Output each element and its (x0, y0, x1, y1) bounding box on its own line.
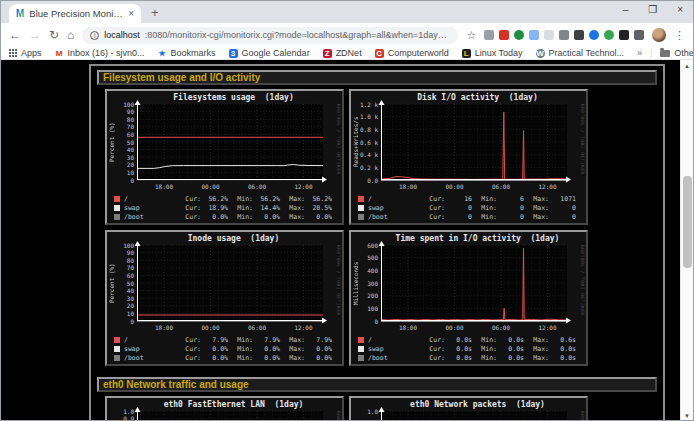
y-axis-tick-label: 40 (107, 146, 134, 153)
tablist-extension-icon[interactable] (634, 30, 644, 40)
scrollbar-down-arrow[interactable]: ▼ (681, 410, 693, 421)
legend-min-value: 0.0% (256, 345, 280, 353)
graph-panel[interactable]: eth0 Network packets (1day)1.018:0000:00… (349, 396, 588, 421)
legend-min: Min:0.0% (228, 213, 280, 221)
window-close-button[interactable]: × (677, 4, 683, 15)
legend-cur-label: Cur: (429, 204, 445, 212)
legend-max-value: 0.0% (308, 213, 332, 221)
legend-name-text: /boot (124, 213, 144, 221)
folder-icon (660, 50, 670, 57)
legend-cur-value: 0 (448, 204, 472, 212)
legend-series-name: swap (358, 345, 420, 353)
linux-today-icon: L (462, 49, 471, 58)
legend-max: Max:0.0% (280, 354, 332, 362)
bookmark-item[interactable]: ZZDNet (323, 48, 362, 58)
graph-panel[interactable]: Inode usage (1day)Percent (%)10090807060… (105, 230, 344, 366)
legend-series-name: /boot (358, 354, 420, 362)
bookmarks-bar: Apps MInbox (16) - sjvn0...★Bookmarks3Go… (1, 47, 693, 60)
bookmarks-overflow-button[interactable]: » (637, 48, 642, 58)
other-bookmarks-button[interactable]: Other bookmarks (660, 48, 694, 58)
mask-extension-icon[interactable] (559, 30, 569, 40)
legend-cur-label: Cur: (185, 345, 201, 353)
status-extension-icon[interactable] (604, 30, 614, 40)
profile-avatar[interactable] (652, 28, 666, 42)
graph-panel[interactable]: Disk I/O activity (1day)Reads+Writes/s1.… (349, 89, 588, 225)
bookmark-label: Computerworld (388, 48, 449, 58)
legend-name-text: / (124, 336, 128, 344)
legend-cur-label: Cur: (429, 195, 445, 203)
x-axis-tick-label: 06:00 (242, 183, 272, 190)
legend-cur-value: 0 (448, 213, 472, 221)
search-extension-icon[interactable] (484, 30, 494, 40)
legend-min-label: Min: (237, 195, 253, 203)
chat-extension-icon[interactable] (589, 30, 599, 40)
bookmark-star-button[interactable]: ☆ (466, 29, 476, 42)
y-axis-tick-label: 50 (107, 139, 134, 146)
address-bar[interactable]: i localhost :8080/monitorix-cgi/monitori… (82, 27, 458, 44)
back-button[interactable]: ← (9, 28, 21, 42)
graph-plot-area (137, 411, 323, 421)
window-maximize-button[interactable]: ❐ (648, 4, 657, 15)
bookmark-item[interactable]: MInbox (16) - sjvn0... (55, 48, 145, 58)
legend-row: /Cur:7.9%Min:7.9%Max:7.9% (114, 335, 337, 344)
y-axis-tick-label: 400 (351, 267, 378, 274)
new-tab-button[interactable]: + (151, 5, 159, 20)
browser-menu-button[interactable]: ⋮ (674, 29, 685, 42)
graph-panel[interactable]: eth0 FastEthernet LAN (1day)1.00.918:000… (105, 396, 344, 421)
legend-max-value: 0.0s (552, 354, 576, 362)
window-minimize-button[interactable]: – (623, 4, 629, 15)
legend-min: Min:14.4% (228, 204, 280, 212)
y-axis-tick-label: 1.2 k (351, 101, 378, 108)
x-axis-tick-label: 18:00 (149, 183, 179, 190)
legend-max-value: 56.2% (308, 195, 332, 203)
window-extension-icon[interactable] (574, 30, 584, 40)
legend-row: swapCur:0.0%Min:0.0%Max:0.0% (114, 344, 337, 353)
legend-name-text: / (124, 195, 128, 203)
bookmark-item[interactable]: CComputerworld (375, 48, 449, 58)
legend-min-value: 0.0% (256, 213, 280, 221)
tab-close-icon[interactable]: × (128, 9, 134, 19)
pin-extension-icon[interactable] (619, 30, 629, 40)
section-header: eth0 Network traffic and usage (97, 377, 657, 392)
copy-extension-icon[interactable] (529, 30, 539, 40)
reload-button[interactable]: ↻ (49, 28, 59, 42)
scrollbar-thumb[interactable] (683, 176, 692, 268)
bookmark-label: Google Calendar (242, 48, 310, 58)
legend-max-label: Max: (533, 204, 549, 212)
bookmark-item[interactable]: ★Bookmarks (158, 48, 216, 58)
graph-plot-area (137, 104, 323, 180)
apps-shortcut[interactable]: Apps (9, 48, 42, 58)
x-axis-tick-label: 00:00 (195, 183, 225, 190)
vertical-scrollbar[interactable]: ▲ ▼ (680, 60, 693, 421)
legend-color-swatch (114, 337, 120, 343)
legend-cur: Cur:0 (420, 213, 472, 221)
bookmark-item[interactable]: WPractical Technol... (536, 48, 624, 58)
legend-min: Min:0.0% (228, 345, 280, 353)
y-axis-tick-label: 30 (107, 295, 134, 302)
graph-panel[interactable]: Filesystems usage (1day)Percent (%)10090… (105, 89, 344, 225)
page-info-icon[interactable]: i (90, 31, 99, 40)
legend-max: Max:56.2% (280, 195, 332, 203)
globe-extension-icon[interactable] (514, 30, 524, 40)
y-axis-tick-label: 90 (107, 249, 134, 256)
graph-panel[interactable]: Time spent in I/O activity (1day)Millise… (349, 230, 588, 366)
legend-cur-label: Cur: (185, 195, 201, 203)
legend-row: /bootCur:0Min:0Max:0 (358, 212, 581, 221)
legend-cur-label: Cur: (429, 354, 445, 362)
bookmark-label: Linux Today (475, 48, 523, 58)
legend-cur-value: 0.0% (204, 345, 228, 353)
forward-button[interactable]: → (29, 28, 41, 42)
extensions-row (484, 30, 644, 40)
mail-extension-icon[interactable] (499, 30, 509, 40)
home-button[interactable]: ⌂ (67, 28, 74, 42)
legend-min: Min:7.9% (228, 336, 280, 344)
bookmark-item[interactable]: LLinux Today (462, 48, 523, 58)
square-extension-icon[interactable] (544, 30, 554, 40)
monitorix-favicon-icon: M (16, 8, 24, 19)
browser-tab[interactable]: M Blue Precision Monitorix × (9, 4, 141, 23)
legend-min-label: Min: (237, 213, 253, 221)
legend-min-value: 56.2% (256, 195, 280, 203)
legend-min-label: Min: (481, 213, 497, 221)
scrollbar-up-arrow[interactable]: ▲ (681, 60, 693, 72)
bookmark-item[interactable]: 3Google Calendar (229, 48, 310, 58)
